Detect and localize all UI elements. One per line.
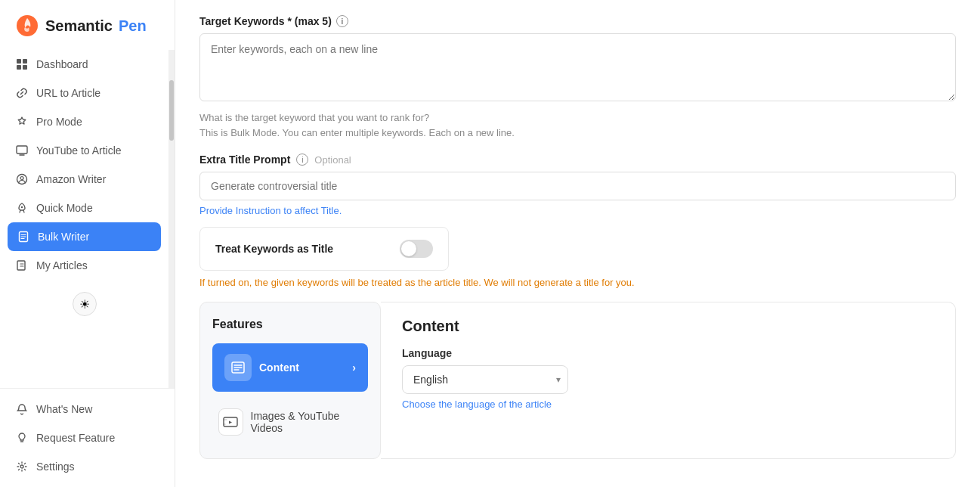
svg-point-7 bbox=[20, 177, 23, 180]
language-hint: Choose the language of the article bbox=[402, 399, 934, 410]
sidebar-scrollbar-thumb bbox=[169, 80, 174, 141]
svg-rect-5 bbox=[17, 146, 27, 154]
svg-point-10 bbox=[20, 465, 23, 468]
sidebar-item-label: YouTube to Article bbox=[36, 144, 122, 157]
sun-icon: ☀ bbox=[79, 297, 90, 312]
sidebar-item-dashboard[interactable]: Dashboard bbox=[0, 50, 168, 79]
treat-keywords-card: Treat Keywords as Title bbox=[199, 227, 449, 271]
sidebar-item-my-articles[interactable]: My Articles bbox=[0, 251, 168, 280]
grid-icon bbox=[15, 57, 29, 71]
target-keywords-heading: Target Keywords * (max 5) i bbox=[199, 15, 956, 27]
sidebar-item-label: Dashboard bbox=[36, 58, 88, 70]
svg-rect-1 bbox=[17, 59, 21, 64]
keywords-textarea[interactable] bbox=[199, 33, 956, 101]
sidebar-item-youtube-to-article[interactable]: YouTube to Article bbox=[0, 136, 168, 165]
optional-badge: Optional bbox=[314, 154, 351, 166]
star-icon bbox=[15, 115, 29, 129]
target-keywords-info-icon[interactable]: i bbox=[336, 15, 348, 27]
app-logo: Semantic Pen bbox=[0, 0, 175, 50]
logo-icon bbox=[15, 14, 39, 38]
sidebar-item-label: Quick Mode bbox=[36, 202, 93, 214]
sidebar-item-label: Pro Mode bbox=[36, 116, 82, 128]
sidebar-nav: Dashboard URL to Article Pro Mode YouTub… bbox=[0, 50, 168, 388]
extra-title-info-icon[interactable]: i bbox=[296, 154, 308, 166]
svg-rect-4 bbox=[23, 65, 27, 70]
features-title: Features bbox=[212, 318, 368, 331]
feature-content-button[interactable]: Content › bbox=[212, 343, 368, 392]
toggle-knob bbox=[401, 241, 416, 256]
sidebar-item-label: Request Feature bbox=[36, 432, 115, 444]
lightbulb-icon bbox=[15, 431, 29, 445]
features-section: Features Content › Images & YouTube Vide… bbox=[199, 302, 956, 459]
chevron-right-icon: › bbox=[352, 361, 356, 374]
sidebar-item-url-to-article[interactable]: URL to Article bbox=[0, 79, 168, 107]
sidebar-item-label: URL to Article bbox=[36, 87, 100, 99]
sidebar-item-amazon-writer[interactable]: Amazon Writer bbox=[0, 165, 168, 194]
main-content: Target Keywords * (max 5) i What is the … bbox=[175, 0, 980, 487]
file-text-icon bbox=[17, 230, 30, 244]
features-panel: Features Content › Images & YouTube Vide… bbox=[199, 302, 381, 459]
provide-instruction-text: Provide Instruction to affect Title. bbox=[199, 205, 956, 216]
sidebar-item-pro-mode[interactable]: Pro Mode bbox=[0, 107, 168, 136]
keywords-helper-text: What is the target keyword that you want… bbox=[199, 110, 956, 140]
target-keywords-section: Target Keywords * (max 5) i What is the … bbox=[199, 15, 956, 140]
target-keywords-label: Target Keywords * (max 5) bbox=[199, 15, 332, 27]
svg-rect-3 bbox=[17, 65, 21, 70]
sidebar-item-label: Bulk Writer bbox=[38, 231, 89, 243]
language-select[interactable]: English Spanish French German Portuguese… bbox=[402, 365, 568, 394]
title-prompt-input[interactable] bbox=[199, 172, 956, 200]
svg-rect-2 bbox=[23, 59, 27, 64]
bell-icon bbox=[15, 402, 29, 416]
feature-images-youtube[interactable]: Images & YouTube Videos bbox=[212, 401, 368, 443]
theme-toggle-area: ☀ bbox=[0, 284, 168, 324]
sidebar-item-label: Amazon Writer bbox=[36, 173, 106, 185]
treat-keywords-toggle[interactable] bbox=[400, 240, 433, 258]
extra-title-row: Extra Title Prompt i Optional bbox=[199, 154, 956, 166]
svg-point-8 bbox=[21, 206, 23, 208]
sidebar-scrollbar-track bbox=[168, 50, 175, 388]
images-youtube-icon bbox=[218, 408, 243, 436]
logo-text-pen: Pen bbox=[119, 17, 147, 35]
sidebar-item-settings[interactable]: Settings bbox=[0, 452, 175, 481]
sidebar-item-label: What's New bbox=[36, 403, 92, 415]
book-icon bbox=[15, 259, 29, 272]
sidebar-item-label: Settings bbox=[36, 461, 75, 473]
sidebar-item-bulk-writer[interactable]: Bulk Writer bbox=[8, 222, 161, 251]
sidebar-item-whats-new[interactable]: What's New bbox=[0, 395, 175, 423]
extra-title-label: Extra Title Prompt bbox=[199, 154, 290, 166]
sidebar: Semantic Pen Dashboard URL to Article bbox=[0, 0, 175, 487]
user-circle-icon bbox=[15, 172, 29, 186]
link-icon bbox=[15, 86, 29, 100]
content-feature-label: Content bbox=[259, 361, 299, 374]
helper-line-2: This is Bulk Mode. You can enter multipl… bbox=[199, 126, 956, 141]
monitor-icon bbox=[15, 144, 29, 157]
treat-keywords-label: Treat Keywords as Title bbox=[215, 243, 333, 255]
images-youtube-label: Images & YouTube Videos bbox=[251, 410, 362, 434]
sidebar-item-label: My Articles bbox=[36, 259, 88, 271]
content-feature-icon bbox=[224, 354, 252, 381]
sidebar-item-request-feature[interactable]: Request Feature bbox=[0, 423, 175, 452]
sidebar-item-quick-mode[interactable]: Quick Mode bbox=[0, 194, 168, 222]
settings-icon bbox=[15, 460, 29, 473]
language-select-wrapper: English Spanish French German Portuguese… bbox=[402, 365, 568, 394]
sidebar-footer: What's New Request Feature Settings bbox=[0, 388, 175, 487]
logo-text-semantic: Semantic bbox=[45, 17, 113, 35]
content-panel-title: Content bbox=[402, 318, 934, 335]
content-panel: Content Language English Spanish French … bbox=[381, 302, 956, 459]
language-label: Language bbox=[402, 347, 934, 359]
theme-toggle-button[interactable]: ☀ bbox=[73, 292, 97, 316]
treat-keywords-warning: If turned on, the given keywords will be… bbox=[199, 277, 956, 288]
helper-line-1: What is the target keyword that you want… bbox=[199, 110, 956, 126]
rocket-icon bbox=[15, 201, 29, 215]
